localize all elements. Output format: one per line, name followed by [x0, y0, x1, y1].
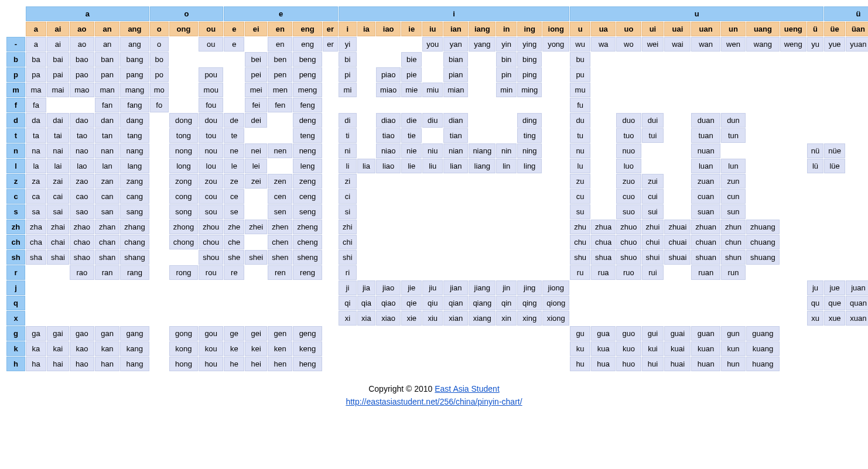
syllable-niao[interactable]: niao [376, 143, 401, 158]
syllable-die[interactable]: die [401, 113, 422, 128]
syllable-ru[interactable]: ru [570, 265, 590, 280]
syllable-chang[interactable]: chang [120, 235, 149, 249]
syllable-suan[interactable]: suan [691, 204, 720, 219]
syllable-bie[interactable]: bie [401, 52, 422, 67]
syllable-yu[interactable]: yu [807, 37, 823, 52]
syllable-ken[interactable]: ken [268, 341, 292, 356]
syllable-teng[interactable]: teng [293, 128, 322, 143]
syllable-heng[interactable]: heng [293, 357, 322, 371]
syllable-nai[interactable]: nai [47, 143, 69, 158]
syllable-mai[interactable]: mai [47, 83, 69, 97]
syllable-tao[interactable]: tao [70, 128, 94, 143]
syllable-zu[interactable]: zu [570, 174, 590, 189]
syllable-qiang[interactable]: qiang [469, 296, 495, 310]
syllable-he[interactable]: he [224, 357, 244, 371]
syllable-wang[interactable]: wang [746, 37, 780, 52]
syllable-zha[interactable]: zha [26, 220, 46, 234]
syllable-tou[interactable]: tou [199, 128, 223, 143]
syllable-lun[interactable]: lun [721, 159, 746, 173]
syllable-o[interactable]: o [150, 37, 169, 52]
syllable-kui[interactable]: kui [642, 341, 664, 356]
syllable-zui[interactable]: zui [642, 174, 664, 189]
syllable-hou[interactable]: hou [199, 357, 223, 371]
syllable-lan[interactable]: lan [95, 159, 119, 173]
syllable-kun[interactable]: kun [721, 341, 746, 356]
syllable-mie[interactable]: mie [401, 83, 422, 97]
syllable-que[interactable]: que [824, 296, 845, 310]
syllable-mei[interactable]: mei [245, 83, 267, 97]
syllable-kang[interactable]: kang [120, 341, 149, 356]
syllable-nüe[interactable]: nüe [824, 143, 845, 158]
syllable-guan[interactable]: guan [691, 326, 720, 341]
syllable-shuan[interactable]: shuan [691, 250, 720, 265]
syllable-hang[interactable]: hang [120, 357, 149, 371]
syllable-gong[interactable]: gong [169, 326, 198, 341]
syllable-ri[interactable]: ri [339, 265, 357, 280]
syllable-ka[interactable]: ka [26, 341, 46, 356]
syllable-tai[interactable]: tai [47, 128, 69, 143]
syllable-fen[interactable]: fen [268, 98, 292, 112]
syllable-diu[interactable]: diu [422, 113, 443, 128]
syllable-shao[interactable]: shao [70, 250, 94, 265]
syllable-zang[interactable]: zang [120, 174, 149, 189]
syllable-kan[interactable]: kan [95, 341, 119, 356]
syllable-er[interactable]: er [323, 37, 338, 52]
syllable-lie[interactable]: lie [401, 159, 422, 173]
syllable-pian[interactable]: pian [443, 67, 468, 82]
syllable-shui[interactable]: shui [642, 250, 664, 265]
syllable-song[interactable]: song [169, 204, 198, 219]
syllable-gai[interactable]: gai [47, 326, 69, 341]
syllable-keng[interactable]: keng [293, 341, 322, 356]
syllable-duo[interactable]: duo [616, 113, 641, 128]
syllable-shi[interactable]: shi [339, 250, 357, 265]
syllable-xue[interactable]: xue [824, 311, 845, 326]
syllable-si[interactable]: si [339, 204, 357, 219]
syllable-cen[interactable]: cen [268, 189, 292, 204]
syllable-ang[interactable]: ang [120, 37, 149, 52]
syllable-dang[interactable]: dang [120, 113, 149, 128]
syllable-nei[interactable]: nei [245, 143, 267, 158]
syllable-pang[interactable]: pang [120, 67, 149, 82]
syllable-bu[interactable]: bu [570, 52, 590, 67]
syllable-zuo[interactable]: zuo [616, 174, 641, 189]
syllable-long[interactable]: long [169, 159, 198, 173]
syllable-hua[interactable]: hua [591, 357, 616, 371]
syllable-zhong[interactable]: zhong [169, 220, 198, 234]
syllable-kuo[interactable]: kuo [616, 341, 641, 356]
syllable-fu[interactable]: fu [570, 98, 590, 112]
syllable-na[interactable]: na [26, 143, 46, 158]
syllable-cui[interactable]: cui [642, 189, 664, 204]
syllable-ruo[interactable]: ruo [616, 265, 641, 280]
syllable-mian[interactable]: mian [443, 83, 468, 97]
syllable-ying[interactable]: ying [517, 37, 542, 52]
syllable-guo[interactable]: guo [616, 326, 641, 341]
syllable-zong[interactable]: zong [169, 174, 198, 189]
syllable-xiong[interactable]: xiong [542, 311, 569, 326]
syllable-pi[interactable]: pi [339, 67, 357, 82]
syllable-tuan[interactable]: tuan [691, 128, 720, 143]
syllable-wan[interactable]: wan [691, 37, 720, 52]
syllable-chou[interactable]: chou [199, 235, 223, 249]
syllable-da[interactable]: da [26, 113, 46, 128]
syllable-jiang[interactable]: jiang [469, 280, 495, 295]
syllable-ben[interactable]: ben [268, 52, 292, 67]
syllable-rang[interactable]: rang [120, 265, 149, 280]
syllable-re[interactable]: re [224, 265, 244, 280]
syllable-cha[interactable]: cha [26, 235, 46, 249]
syllable-kua[interactable]: kua [591, 341, 616, 356]
syllable-ao[interactable]: ao [70, 37, 94, 52]
syllable-kong[interactable]: kong [169, 341, 198, 356]
syllable-lia[interactable]: lia [357, 159, 375, 173]
syllable-san[interactable]: san [95, 204, 119, 219]
syllable-shuai[interactable]: shuai [664, 250, 691, 265]
syllable-sao[interactable]: sao [70, 204, 94, 219]
syllable-te[interactable]: te [224, 128, 244, 143]
syllable-eng[interactable]: eng [293, 37, 322, 52]
syllable-po[interactable]: po [150, 67, 169, 82]
syllable-qi[interactable]: qi [339, 296, 357, 310]
syllable-zen[interactable]: zen [268, 174, 292, 189]
syllable-bei[interactable]: bei [245, 52, 267, 67]
syllable-kou[interactable]: kou [199, 341, 223, 356]
syllable-seng[interactable]: seng [293, 204, 322, 219]
syllable-xiu[interactable]: xiu [422, 311, 443, 326]
